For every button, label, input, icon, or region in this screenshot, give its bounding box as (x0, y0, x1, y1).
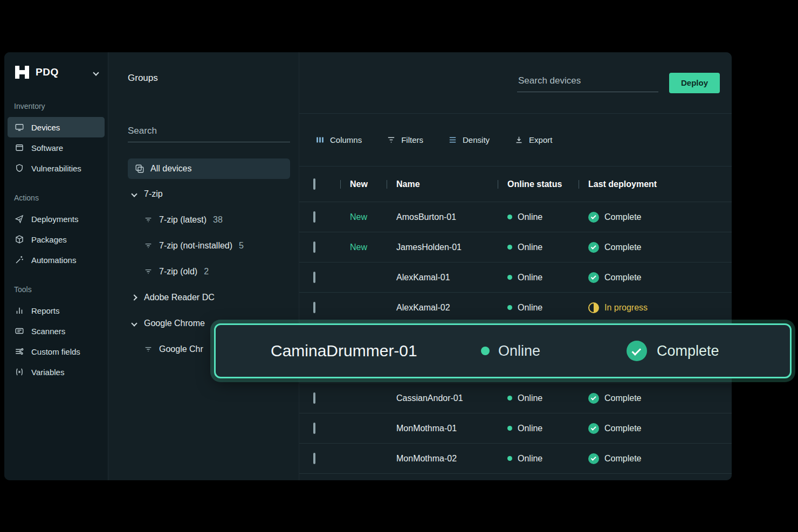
device-name: CassianAndor-01 (387, 393, 498, 403)
deployment-cell: In progress (579, 302, 732, 313)
sidebar-item-label: Deployments (31, 215, 79, 224)
deployment-label: Complete (604, 273, 641, 282)
table-row[interactable]: CassianAndor-01 Online Complete (299, 383, 732, 413)
header-new: New (340, 179, 387, 189)
online-dot-icon (507, 396, 512, 400)
complete-check-icon (588, 423, 599, 434)
brand-name: PDQ (36, 66, 59, 78)
select-all-checkbox[interactable] (313, 178, 315, 190)
sidebar-item-label: Vulnerabilities (31, 164, 81, 173)
deployment-cell: Complete (579, 272, 732, 283)
deployment-label: Complete (604, 454, 641, 464)
section-title-actions: Actions (4, 178, 108, 209)
density-button[interactable]: Density (448, 135, 490, 144)
sidebar-item-automations[interactable]: Automations (8, 250, 105, 270)
density-label: Density (463, 135, 490, 144)
row-checkbox[interactable] (313, 392, 315, 404)
sidebar-item-label: Software (31, 143, 63, 153)
online-status-label: Online (518, 243, 542, 252)
groups-search-input[interactable] (128, 122, 290, 142)
device-name: MonMothma-02 (387, 454, 498, 464)
row-checkbox[interactable] (313, 211, 315, 223)
section-title-inventory: Inventory (4, 87, 108, 117)
sidebar-item-variables[interactable]: Variables (8, 362, 105, 382)
device-name: JamesHolden-01 (387, 243, 498, 252)
deployment-label: In progress (604, 303, 648, 313)
tree-item-label: 7-zip (144, 189, 163, 199)
online-dot-icon (507, 426, 512, 431)
pdq-logo-icon (14, 65, 30, 79)
callout-status-label: Online (498, 343, 540, 360)
callout-deployment: Complete (627, 341, 719, 361)
new-badge: New (340, 243, 387, 252)
row-checkbox[interactable] (313, 241, 315, 253)
table-row[interactable]: MonMothma-01 Online Complete (299, 413, 732, 444)
deployment-cell: Complete (579, 393, 732, 404)
row-checkbox[interactable] (313, 453, 315, 464)
chevron-down-icon[interactable] (94, 67, 98, 77)
complete-check-icon (588, 242, 599, 253)
sidebar: PDQ Inventory Devices Software (4, 52, 108, 480)
group-item-label: All devices (150, 164, 191, 174)
online-status-cell: Online (498, 303, 579, 313)
tree-item-count: 5 (239, 241, 244, 251)
export-button[interactable]: Export (514, 135, 552, 144)
device-search-input[interactable] (517, 73, 658, 92)
tree-item-adobe-reader-dc[interactable]: Adobe Reader DC (128, 285, 290, 310)
row-checkbox[interactable] (313, 272, 315, 283)
filter-icon (144, 345, 153, 354)
online-status-label: Online (518, 454, 542, 464)
scanner-icon (14, 326, 25, 336)
tree-item-label: Adobe Reader DC (144, 293, 215, 302)
sidebar-item-custom-fields[interactable]: Custom fields (8, 341, 105, 362)
section-title-tools: Tools (4, 270, 108, 300)
online-status-label: Online (518, 393, 542, 403)
columns-button[interactable]: Columns (315, 135, 362, 144)
table-row[interactable]: AlexKamal-01 Online Complete (299, 262, 732, 293)
online-status-label: Online (518, 303, 542, 313)
online-status-cell: Online (498, 454, 579, 464)
filter-icon (144, 241, 153, 250)
sidebar-item-label: Automations (31, 255, 76, 265)
online-dot-icon (507, 215, 512, 219)
sidebar-item-scanners[interactable]: Scanners (8, 321, 105, 341)
sidebar-item-label: Packages (31, 235, 67, 244)
device-search (517, 73, 669, 92)
tree-item-7zip-old[interactable]: 7-zip (old) 2 (128, 259, 290, 285)
export-label: Export (529, 135, 552, 144)
group-item-all-devices[interactable]: All devices (128, 158, 290, 179)
complete-check-icon (588, 393, 599, 404)
row-checkbox[interactable] (313, 423, 315, 434)
sidebar-item-vulnerabilities[interactable]: Vulnerabilities (8, 158, 105, 178)
table-row[interactable]: AlexKamal-02 Online In progress (299, 293, 732, 323)
filters-button[interactable]: Filters (387, 135, 423, 144)
sidebar-item-packages[interactable]: Packages (8, 229, 105, 250)
sidebar-item-deployments[interactable]: Deployments (8, 209, 105, 229)
row-checkbox[interactable] (313, 302, 315, 313)
tree-item-label: 7-zip (not-installed) (159, 241, 232, 251)
tree-item-7zip-not-installed[interactable]: 7-zip (not-installed) 5 (128, 233, 290, 259)
package-icon (14, 234, 25, 245)
tree-item-count: 38 (213, 215, 223, 225)
filter-icon (144, 216, 153, 224)
header-online-status: Online status (498, 179, 579, 189)
table-row[interactable]: New AmosBurton-01 Online Complete (299, 202, 732, 232)
table-row[interactable]: New JamesHolden-01 Online Complete (299, 232, 732, 262)
deployment-label: Complete (604, 212, 641, 222)
online-status-cell: Online (498, 393, 579, 403)
sidebar-item-reports[interactable]: Reports (8, 300, 105, 321)
deployment-label: Complete (604, 393, 641, 403)
tree-item-label: Google Chr (159, 344, 203, 354)
table-row[interactable]: MonMothma-02 Online Complete (299, 444, 732, 474)
tree-item-7zip[interactable]: 7-zip (128, 181, 290, 207)
deploy-button[interactable]: Deploy (669, 73, 720, 93)
tree-item-7zip-latest[interactable]: 7-zip (latest) 38 (128, 207, 290, 233)
online-dot-icon (507, 275, 512, 280)
sidebar-item-software[interactable]: Software (8, 137, 105, 158)
device-name: AmosBurton-01 (387, 212, 498, 222)
columns-label: Columns (330, 135, 362, 144)
tree-item-count: 2 (204, 267, 209, 277)
sidebar-item-devices[interactable]: Devices (8, 117, 105, 137)
groups-panel: Groups All devices 7-zip (108, 52, 299, 480)
complete-check-icon (627, 341, 647, 361)
